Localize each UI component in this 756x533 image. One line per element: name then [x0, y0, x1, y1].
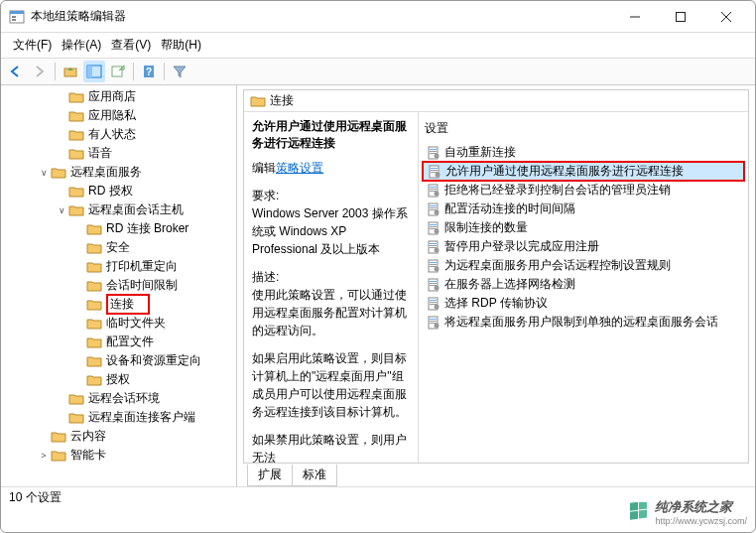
tree-item-label: 远程桌面会话主机 — [88, 201, 184, 218]
tree-item-label: 打印机重定向 — [106, 258, 178, 275]
folder-icon — [86, 373, 102, 387]
svg-rect-11 — [112, 67, 122, 76]
tree-item[interactable]: 安全 — [1, 238, 237, 257]
svg-rect-55 — [430, 300, 437, 301]
tree-item-label: 应用商店 — [88, 88, 136, 105]
detail-description: 允许用户通过使用远程桌面服务进行远程连接 编辑策略设置 要求:Windows S… — [244, 90, 419, 463]
svg-point-38 — [435, 228, 440, 233]
tree-item[interactable]: 有人状态 — [1, 125, 237, 144]
description-text: 使用此策略设置，可以通过使用远程桌面服务配置对计算机的远程访问。 — [252, 288, 407, 337]
setting-label: 为远程桌面服务用户会话远程控制设置规则 — [444, 257, 671, 274]
menu-view[interactable]: 查看(V) — [107, 35, 155, 56]
tree-item[interactable]: 临时文件夹 — [1, 314, 237, 333]
svg-rect-3 — [12, 19, 16, 21]
tree-item-label: 远程桌面服务 — [70, 164, 142, 181]
folder-icon — [250, 94, 266, 108]
minimize-button[interactable] — [630, 12, 656, 22]
folder-icon — [86, 241, 102, 255]
tree-item[interactable]: 连接 — [1, 295, 237, 314]
edit-policy-link[interactable]: 策略设置 — [276, 161, 323, 175]
svg-rect-2 — [12, 16, 16, 18]
setting-row[interactable]: 将远程桌面服务用户限制到单独的远程桌面服务会话 — [423, 313, 744, 332]
tree-item-label: 安全 — [106, 239, 130, 256]
watermark-logo-icon — [629, 502, 649, 522]
tree-item[interactable]: 会话时间限制 — [1, 276, 237, 295]
tree-item[interactable]: 授权 — [1, 370, 237, 389]
setting-row[interactable]: 自动重新连接 — [423, 143, 744, 162]
folder-icon — [86, 354, 102, 368]
setting-row[interactable]: 限制连接的数量 — [423, 218, 744, 237]
tree-item[interactable]: 远程会话环境 — [1, 389, 237, 408]
tree-item-label: RD 授权 — [88, 183, 133, 200]
show-hide-tree-button[interactable] — [83, 61, 105, 82]
tree-item[interactable]: 打印机重定向 — [1, 257, 237, 276]
policy-icon — [427, 316, 441, 330]
up-folder-button[interactable] — [60, 61, 81, 82]
tab-extended[interactable]: 扩展 — [247, 465, 293, 486]
tree-item[interactable]: 设备和资源重定向 — [1, 351, 237, 370]
folder-icon — [68, 392, 84, 406]
tree-expander-icon[interactable]: > — [37, 451, 51, 461]
setting-row[interactable]: 配置活动连接的时间间隔 — [423, 200, 744, 218]
tab-standard[interactable]: 标准 — [292, 465, 337, 486]
forward-button[interactable] — [29, 61, 51, 82]
policy-icon — [427, 184, 441, 198]
svg-rect-20 — [431, 168, 438, 169]
tree-item-label: RD 连接 Broker — [106, 220, 189, 237]
close-button[interactable] — [721, 12, 747, 22]
tree-expander-icon[interactable]: ∨ — [55, 205, 68, 215]
tree-item[interactable]: 语音 — [1, 144, 237, 163]
filter-button[interactable] — [169, 61, 190, 82]
watermark-url: http://www.ycwzsj.com/ — [655, 516, 747, 526]
folder-icon — [86, 279, 102, 293]
tree-item[interactable]: 配置文件 — [1, 333, 237, 351]
svg-rect-40 — [430, 243, 437, 244]
menubar: 文件(F) 操作(A) 查看(V) 帮助(H) — [1, 33, 755, 58]
tree-item[interactable]: RD 连接 Broker — [1, 219, 237, 238]
setting-row[interactable]: 选择 RDP 传输协议 — [423, 294, 744, 313]
policy-icon — [427, 202, 441, 216]
tree-item[interactable]: 应用隐私 — [1, 106, 237, 125]
svg-rect-31 — [430, 207, 437, 208]
tree-item[interactable]: 云内容 — [1, 427, 237, 446]
tree-expander-icon[interactable]: ∨ — [37, 168, 51, 178]
setting-row[interactable]: 拒绝将已经登录到控制台会话的管理员注销 — [423, 181, 744, 200]
policy-icon — [427, 297, 441, 311]
tree-panel[interactable]: 应用商店应用隐私有人状态语音∨远程桌面服务RD 授权∨远程桌面会话主机RD 连接… — [1, 85, 237, 486]
tree-item[interactable]: ∨远程桌面会话主机 — [1, 200, 237, 219]
back-button[interactable] — [5, 61, 27, 82]
policy-icon — [427, 221, 441, 235]
svg-rect-16 — [430, 151, 437, 152]
svg-rect-50 — [430, 281, 437, 282]
menu-help[interactable]: 帮助(H) — [157, 35, 205, 56]
svg-point-33 — [435, 209, 440, 214]
folder-icon — [68, 185, 84, 199]
setting-row[interactable]: 在服务器上选择网络检测 — [423, 275, 744, 294]
settings-list: 设置 自动重新连接允许用户通过使用远程桌面服务进行远程连接拒绝将已经登录到控制台… — [419, 90, 748, 463]
tree-item-label: 智能卡 — [70, 447, 106, 464]
window-title: 本地组策略编辑器 — [31, 8, 630, 25]
tree-item[interactable]: RD 授权 — [1, 182, 237, 200]
detail-header-title: 连接 — [270, 92, 294, 109]
maximize-button[interactable] — [676, 12, 701, 22]
folder-icon — [86, 298, 102, 312]
export-button[interactable] — [107, 61, 129, 82]
tree-item[interactable]: 远程桌面连接客户端 — [1, 408, 237, 427]
settings-column-header[interactable]: 设置 — [423, 118, 744, 143]
setting-row[interactable]: 允许用户通过使用远程桌面服务进行远程连接 — [423, 162, 744, 181]
policy-icon — [428, 165, 441, 179]
folder-icon — [86, 222, 102, 236]
tree-item[interactable]: 应用商店 — [1, 87, 237, 106]
svg-rect-5 — [677, 12, 686, 21]
svg-rect-67 — [639, 509, 647, 518]
menu-action[interactable]: 操作(A) — [58, 35, 105, 56]
menu-file[interactable]: 文件(F) — [9, 35, 56, 56]
help-button[interactable]: ? — [138, 61, 160, 82]
svg-rect-25 — [430, 187, 437, 188]
tree-item[interactable]: ∨远程桌面服务 — [1, 163, 237, 182]
tree-item[interactable]: >智能卡 — [1, 446, 237, 465]
setting-row[interactable]: 为远程桌面服务用户会话远程控制设置规则 — [423, 256, 744, 275]
setting-row[interactable]: 暂停用户登录以完成应用注册 — [423, 237, 744, 256]
folder-icon — [51, 430, 66, 444]
policy-icon — [427, 146, 441, 160]
